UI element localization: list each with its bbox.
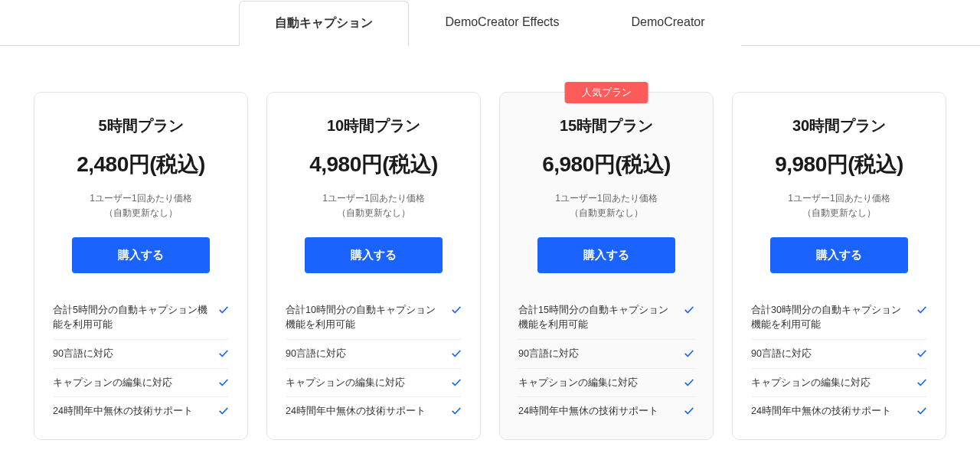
feature-item: 合計15時間分の自動キャプション機能を利用可能 [518,296,694,340]
feature-text: 90言語に対応 [518,347,678,361]
plan-card: 30時間プラン9,980円(税込)1ユーザー1回あたり価格（自動更新なし）購入す… [732,92,946,440]
tabs-nav: 自動キャプション DemoCreator Effects DemoCreator [0,0,980,46]
feature-list: 合計5時間分の自動キャプション機能を利用可能90言語に対応キャプションの編集に対… [53,296,229,426]
feature-item: 24時間年中無休の技術サポート [751,397,927,426]
feature-item: 90言語に対応 [286,340,462,369]
check-icon [218,377,229,388]
feature-item: 合計30時間分の自動キャプション機能を利用可能 [751,296,927,340]
plan-title: 5時間プラン [53,116,229,136]
feature-item: 90言語に対応 [518,340,694,369]
plan-subtext: 1ユーザー1回あたり価格（自動更新なし） [751,191,927,220]
feature-item: 24時間年中無休の技術サポート [53,397,229,426]
plan-card: 10時間プラン4,980円(税込)1ユーザー1回あたり価格（自動更新なし）購入す… [266,92,481,440]
feature-text: 合計5時間分の自動キャプション機能を利用可能 [53,303,212,332]
buy-button[interactable]: 購入する [72,237,210,273]
feature-item: 24時間年中無休の技術サポート [286,397,462,426]
feature-item: キャプションの編集に対応 [286,369,462,398]
check-icon [451,348,462,359]
plan-card: 人気プラン15時間プラン6,980円(税込)1ユーザー1回あたり価格（自動更新な… [499,92,714,440]
feature-text: 24時間年中無休の技術サポート [751,404,910,419]
feature-text: 合計10時間分の自動キャプション機能を利用可能 [286,303,445,332]
plan-title: 10時間プラン [286,116,462,136]
feature-item: 90言語に対応 [751,340,927,369]
feature-text: キャプションの編集に対応 [286,376,445,390]
plan-price: 9,980円(税込) [751,150,927,179]
plan-subtext: 1ユーザー1回あたり価格（自動更新なし） [518,191,694,220]
plan-card: 5時間プラン2,480円(税込)1ユーザー1回あたり価格（自動更新なし）購入する… [34,92,248,440]
check-icon [451,377,462,388]
buy-button[interactable]: 購入する [770,237,908,273]
check-icon [451,406,462,416]
check-icon [684,377,694,388]
plan-price: 6,980円(税込) [518,150,694,179]
feature-list: 合計15時間分の自動キャプション機能を利用可能90言語に対応キャプションの編集に… [518,296,694,426]
feature-text: 24時間年中無休の技術サポート [518,404,678,419]
check-icon [218,406,229,416]
check-icon [916,406,927,416]
feature-text: 90言語に対応 [53,347,212,361]
buy-button[interactable]: 購入する [305,237,443,273]
feature-item: 90言語に対応 [53,340,229,369]
check-icon [916,377,927,388]
feature-item: キャプションの編集に対応 [53,369,229,398]
feature-text: 24時間年中無休の技術サポート [286,404,445,419]
plan-price: 2,480円(税込) [53,150,229,179]
feature-item: キャプションの編集に対応 [518,369,694,398]
check-icon [684,406,694,416]
check-icon [451,305,462,315]
feature-list: 合計10時間分の自動キャプション機能を利用可能90言語に対応キャプションの編集に… [286,296,462,426]
feature-text: 24時間年中無休の技術サポート [53,404,212,419]
plan-price: 4,980円(税込) [286,150,462,179]
check-icon [916,348,927,359]
plan-title: 30時間プラン [751,116,927,136]
check-icon [684,305,694,315]
feature-list: 合計30時間分の自動キャプション機能を利用可能90言語に対応キャプションの編集に… [751,296,927,426]
buy-button[interactable]: 購入する [537,237,675,273]
feature-item: キャプションの編集に対応 [751,369,927,398]
feature-item: 合計5時間分の自動キャプション機能を利用可能 [53,296,229,340]
tab-democreator[interactable]: DemoCreator [596,1,741,46]
popular-badge: 人気プラン [565,82,648,103]
feature-text: キャプションの編集に対応 [53,376,212,390]
feature-text: 合計15時間分の自動キャプション機能を利用可能 [518,303,678,332]
feature-item: 24時間年中無休の技術サポート [518,397,694,426]
pricing-plans: 5時間プラン2,480円(税込)1ユーザー1回あたり価格（自動更新なし）購入する… [0,46,980,455]
plan-subtext: 1ユーザー1回あたり価格（自動更新なし） [53,191,229,220]
plan-title: 15時間プラン [518,116,694,136]
feature-text: 90言語に対応 [286,347,445,361]
feature-text: キャプションの編集に対応 [518,376,678,390]
check-icon [684,348,694,359]
tab-democreator-effects[interactable]: DemoCreator Effects [409,1,595,46]
check-icon [916,305,927,315]
plan-subtext: 1ユーザー1回あたり価格（自動更新なし） [286,191,462,220]
check-icon [218,348,229,359]
check-icon [218,305,229,315]
tab-auto-caption[interactable]: 自動キャプション [239,1,409,46]
feature-text: キャプションの編集に対応 [751,376,910,390]
feature-text: 合計30時間分の自動キャプション機能を利用可能 [751,303,910,332]
feature-item: 合計10時間分の自動キャプション機能を利用可能 [286,296,462,340]
feature-text: 90言語に対応 [751,347,910,361]
